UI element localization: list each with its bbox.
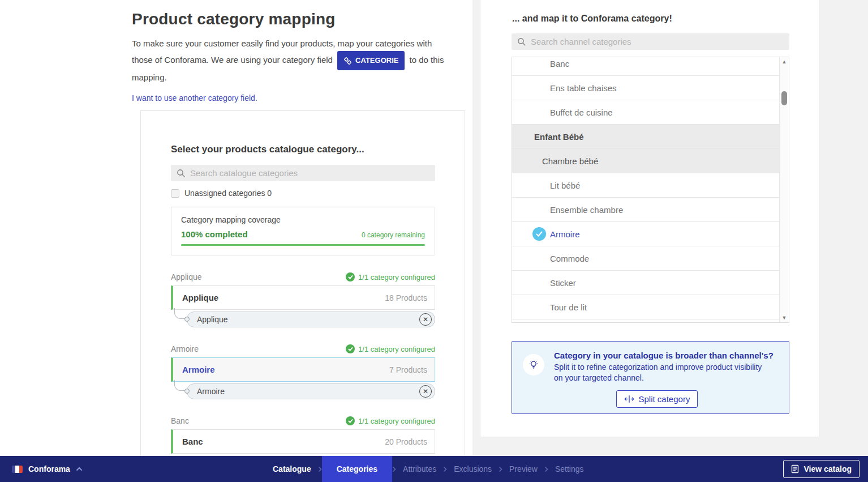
remove-mapping-button[interactable]: ✕ (419, 313, 432, 326)
category-group-banc: Banc 1/1 category configured Banc 20 Pro… (171, 416, 435, 454)
row-label: Armoire (550, 229, 580, 239)
catalogue-search-box (171, 165, 435, 181)
coverage-title: Category mapping coverage (181, 215, 425, 224)
category-field-badge: CATEGORIE (337, 51, 405, 70)
tag-label: Applique (197, 315, 228, 324)
change-category-field-link[interactable]: I want to use another category field. (132, 93, 257, 103)
row-label: Tour de lit (550, 302, 587, 312)
lightbulb-icon (523, 354, 544, 376)
row-label: Ens table chaises (550, 83, 617, 93)
remove-mapping-button[interactable]: ✕ (419, 385, 432, 398)
group-status-label: 1/1 category configured (358, 345, 435, 353)
catalogue-search-input[interactable] (190, 168, 429, 178)
channel-category-row-commode[interactable]: Commode (512, 246, 779, 271)
scrollbar-thumb[interactable] (781, 91, 787, 105)
scroll-up-arrow-icon[interactable]: ▲ (780, 59, 789, 65)
bottom-navigation-bar: Conforama Catalogue Categories Attribute… (0, 456, 868, 482)
list-scrollbar[interactable]: ▲ ▼ (779, 57, 789, 322)
page-title: Product category mapping (132, 10, 450, 28)
check-circle-icon (346, 416, 355, 425)
store-selector[interactable]: Conforama (12, 464, 83, 474)
view-catalog-label: View catalog (803, 464, 852, 474)
channel-category-row-sticker[interactable]: Sticker (512, 271, 779, 295)
channel-category-row-ensemble-chambre[interactable]: Ensemble chambre (512, 198, 779, 222)
split-category-button-label: Split category (639, 394, 690, 404)
step-settings[interactable]: Settings (548, 456, 591, 482)
chevron-right-icon (443, 466, 447, 472)
channel-category-row-banc[interactable]: Banc (512, 57, 779, 76)
unassigned-label: Unassigned categories 0 (184, 189, 272, 198)
category-group-applique: Applique 1/1 category configured Appliqu… (171, 272, 435, 327)
category-group-armoire: Armoire 1/1 category configured Armoire … (171, 344, 435, 399)
step-catalogue[interactable]: Catalogue (266, 456, 318, 482)
mapped-category-tag-applique[interactable]: Applique ✕ (187, 312, 435, 327)
row-label: Chambre bébé (542, 156, 598, 166)
category-product-count: 7 Products (389, 365, 427, 374)
row-label: Buffet de cuisine (550, 108, 613, 117)
channel-panel-heading: ... and map it to Conforama category! (512, 14, 672, 24)
coverage-remaining: 0 category remaining (362, 231, 425, 239)
catalogue-category-card-banc[interactable]: Banc 20 Products (171, 429, 435, 454)
check-circle-icon (346, 344, 355, 353)
group-status: 1/1 category configured (346, 416, 435, 425)
coverage-completed: 100% completed (181, 229, 248, 239)
channel-category-row-buffet-de-cuisine[interactable]: Buffet de cuisine (512, 100, 779, 125)
unassigned-filter: Unassigned categories 0 (171, 189, 435, 198)
chevron-up-icon[interactable] (76, 467, 83, 471)
scroll-down-arrow-icon[interactable]: ▼ (780, 315, 789, 321)
step-attributes[interactable]: Attributes (396, 456, 443, 482)
group-status-label: 1/1 category configured (358, 417, 435, 425)
channel-category-row-tour-de-lit[interactable]: Tour de lit (512, 295, 779, 319)
catalog-document-icon (791, 464, 799, 474)
chevron-right-icon (392, 466, 396, 472)
group-label: Banc (171, 416, 189, 425)
row-label: Commode (550, 254, 589, 263)
channel-category-row-chambre-bebe[interactable]: Chambre bébé (512, 149, 779, 173)
split-icon (624, 395, 634, 403)
category-name: Armoire (182, 365, 215, 374)
check-circle-icon (346, 272, 355, 281)
row-label: Enfant Bébé (534, 132, 584, 142)
catalogue-category-card-armoire[interactable]: Armoire 7 Products (171, 357, 435, 382)
info-box-body: Split it to refine categorization and im… (554, 362, 770, 383)
step-preview[interactable]: Preview (502, 456, 544, 482)
chevron-right-icon (544, 466, 548, 472)
coverage-card: Category mapping coverage 100% completed… (171, 207, 435, 255)
split-category-button[interactable]: Split category (616, 390, 698, 408)
info-box-title: Category in your catalogue is broader th… (554, 351, 775, 360)
unassigned-checkbox[interactable] (171, 189, 179, 198)
channel-category-list: Banc Ens table chaises Buffet de cuisine… (512, 57, 789, 323)
split-category-info-box: Category in your catalogue is broader th… (512, 341, 789, 414)
channel-category-panel: ... and map it to Conforama category! Ba… (480, 0, 819, 437)
mapped-category-tag-armoire[interactable]: Armoire ✕ (187, 383, 435, 399)
channel-category-row-lit-bebe[interactable]: Lit bébé (512, 173, 779, 198)
group-label: Applique (171, 272, 202, 281)
tree-connector (174, 380, 186, 391)
channel-search-input[interactable] (531, 37, 784, 46)
category-field-badge-label: CATEGORIE (355, 53, 398, 68)
link-icon (343, 57, 352, 65)
store-name: Conforama (28, 464, 70, 474)
chevron-right-icon (318, 466, 322, 472)
category-name: Applique (182, 293, 218, 302)
coverage-progress-bar (181, 244, 425, 246)
row-label: Banc (550, 59, 569, 69)
selected-check-icon (532, 227, 546, 241)
channel-category-row-ens-table-chaises[interactable]: Ens table chaises (512, 76, 779, 100)
category-name: Banc (182, 437, 203, 446)
step-exclusions[interactable]: Exclusions (447, 456, 499, 482)
channel-category-row-armoire-selected[interactable]: Armoire (512, 222, 779, 246)
group-status: 1/1 category configured (346, 272, 435, 281)
category-product-count: 18 Products (385, 293, 427, 302)
channel-category-row-enfant-bebe[interactable]: Enfant Bébé (512, 125, 779, 149)
tag-anchor-dot (184, 317, 190, 322)
search-icon (177, 169, 186, 178)
catalogue-category-panel: Select your products catalogue category.… (140, 110, 465, 482)
step-categories[interactable]: Categories (322, 456, 392, 482)
workflow-steps: Catalogue Categories Attributes Exclusio… (266, 456, 591, 482)
tag-label: Armoire (197, 387, 225, 396)
group-label: Armoire (171, 344, 199, 353)
tree-connector (174, 308, 186, 319)
catalogue-category-card-applique[interactable]: Applique 18 Products (171, 285, 435, 310)
view-catalog-button[interactable]: View catalog (783, 460, 860, 478)
